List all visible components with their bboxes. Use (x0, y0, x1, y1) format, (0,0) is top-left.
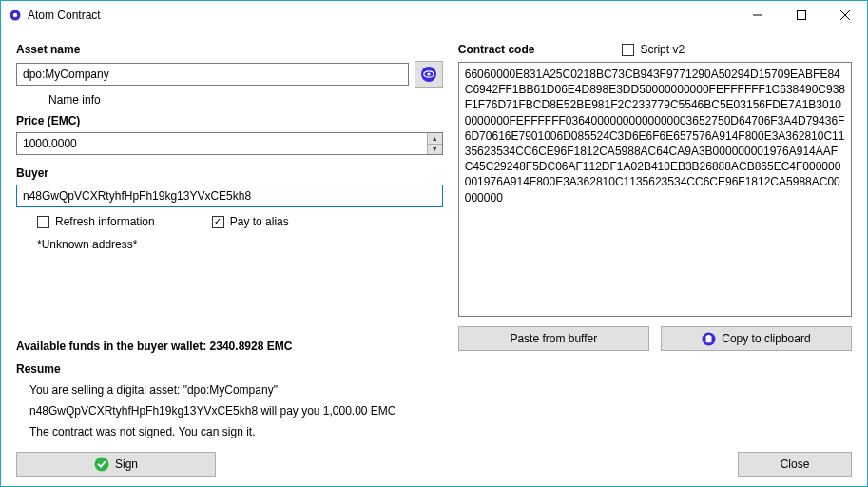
refresh-info-label: Refresh information (55, 215, 155, 228)
pay-to-alias-checkbox[interactable]: ✓ Pay to alias (212, 215, 289, 228)
refresh-information-checkbox[interactable]: Refresh information (37, 215, 155, 228)
contract-code-label: Contract code (458, 43, 535, 56)
unknown-address-text: *Unknown address* (37, 238, 443, 251)
resume-line-2: n48GwQpVCXRtyhfHpFh19kg13YVxCE5kh8 will … (29, 404, 443, 418)
name-info-text: Name info (48, 93, 443, 107)
paste-from-buffer-button[interactable]: Paste from buffer (458, 326, 649, 351)
titlebar: Atom Contract (1, 1, 867, 29)
pay-alias-label: Pay to alias (230, 215, 289, 228)
app-icon (9, 9, 22, 22)
available-funds-text: Available funds in the buyer wallet: 234… (16, 340, 443, 353)
script-v2-label: Script v2 (640, 43, 685, 56)
close-button-label: Close (781, 458, 810, 471)
price-spin-down[interactable]: ▼ (428, 145, 442, 155)
svg-point-1 (13, 12, 17, 16)
checkbox-icon (622, 44, 634, 56)
price-input[interactable] (16, 132, 443, 155)
svg-rect-12 (707, 335, 710, 337)
resume-line-3: The contract was not signed. You can sig… (29, 425, 443, 438)
asset-name-input[interactable] (16, 63, 409, 86)
svg-point-8 (427, 72, 430, 75)
copy-to-clipboard-button[interactable]: Copy to clipboard (661, 326, 852, 351)
asset-name-label: Asset name (16, 43, 443, 56)
view-button[interactable] (415, 61, 443, 88)
buyer-input[interactable] (16, 185, 443, 207)
svg-rect-11 (706, 335, 712, 342)
close-button[interactable]: Close (738, 452, 852, 477)
paste-button-label: Paste from buffer (510, 332, 597, 345)
sign-button[interactable]: Sign (16, 452, 216, 477)
check-circle-icon (94, 457, 109, 472)
price-label: Price (EMC) (16, 114, 443, 127)
resume-heading: Resume (16, 362, 443, 376)
price-spin-up[interactable]: ▲ (428, 133, 442, 145)
sign-button-label: Sign (115, 458, 138, 471)
minimize-button[interactable] (736, 1, 780, 29)
contract-code-text[interactable]: 66060000E831A25C0218BC73CB943F9771290A50… (458, 62, 852, 317)
maximize-button[interactable] (780, 1, 823, 29)
copy-button-label: Copy to clipboard (722, 332, 810, 345)
buyer-label: Buyer (16, 166, 443, 180)
script-v2-checkbox[interactable]: Script v2 (622, 43, 685, 56)
svg-rect-3 (798, 10, 806, 19)
close-window-button[interactable] (823, 1, 867, 29)
svg-point-9 (94, 458, 108, 472)
checkbox-icon (37, 216, 49, 228)
checkbox-icon: ✓ (212, 216, 224, 228)
window-title: Atom Contract (28, 9, 101, 22)
resume-line-1: You are selling a digital asset: "dpo:My… (29, 383, 443, 397)
clipboard-icon (702, 332, 716, 346)
